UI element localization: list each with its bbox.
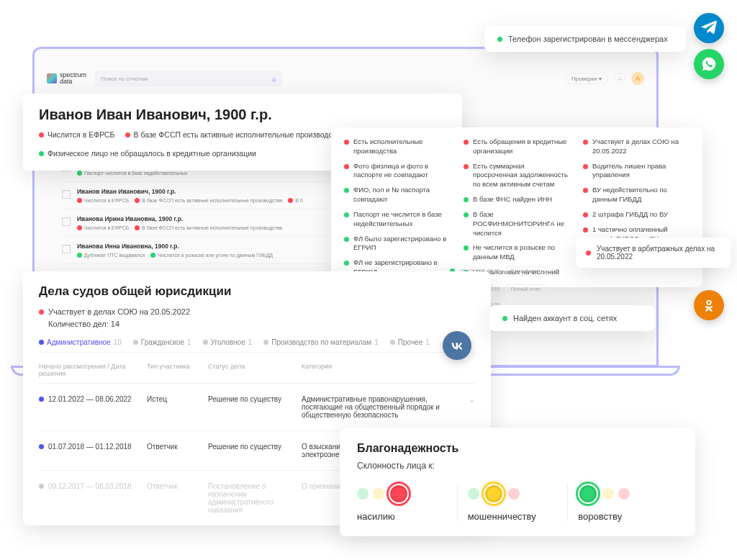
list-row[interactable]: ☐Иванова Ирина Ивановна, 1900 г.р.Числит… bbox=[61, 209, 327, 236]
telegram-icon[interactable] bbox=[694, 13, 724, 43]
status-fssp: В базе ФССП есть активные исполнительные… bbox=[125, 130, 344, 139]
detail-item: Есть обращения в кредитные организации bbox=[464, 137, 570, 156]
trust-subtitle: Склонность лица к: bbox=[357, 461, 678, 471]
logo[interactable]: spectrumdata bbox=[47, 72, 86, 85]
trust-item: мошенничеству bbox=[457, 484, 568, 522]
person-name: Иванов Иван Иванович, 1900 г.р. bbox=[39, 107, 446, 123]
arbitrage-card: Участвует в арбитражных делах на 20.05.2… bbox=[576, 238, 731, 268]
tab[interactable]: Административное 10 bbox=[39, 338, 122, 346]
search-input[interactable]: Поиск по отчетам ⌕ bbox=[95, 71, 282, 86]
list-row[interactable]: ☐Иванова Инна Ивановна, 1900 г.р.Дублика… bbox=[61, 236, 327, 263]
court-title: Дела судов общей юрисдикции bbox=[39, 284, 475, 299]
detail-item: Водитель лишен права управления bbox=[583, 162, 689, 181]
table-head: Начало рассмотрения / Дата решения Тип у… bbox=[39, 357, 475, 383]
vk-icon[interactable] bbox=[443, 331, 471, 360]
detail-item: ФЛ было зарегистрировано в ЕГРИП bbox=[344, 235, 451, 253]
checks-button[interactable]: Проверки ▾ bbox=[565, 73, 608, 84]
chevron-down-icon[interactable]: ⌄ bbox=[469, 395, 475, 419]
table-row[interactable]: 12.01.2022 — 08.06.2022ИстецРешение по с… bbox=[39, 383, 475, 430]
detail-item: Есть суммарная просроченная задолженност… bbox=[464, 162, 570, 189]
bell-icon[interactable]: ♤ bbox=[614, 73, 625, 84]
detail-item: ФИО, пол и № паспорта совпадают bbox=[344, 186, 451, 204]
detail-item: В базе РОСФИНМОНИТОРИНГА не числится bbox=[464, 210, 570, 238]
tab[interactable]: Прочее 1 bbox=[390, 338, 430, 346]
detail-item: Паспорт не числится в базе недействитель… bbox=[344, 210, 451, 229]
trust-title: Благонадежность bbox=[357, 442, 678, 455]
result-list: ☐ Техподдержка ☐Александров Александр Ал… bbox=[61, 155, 327, 289]
detail-item: ВУ недействительно по данным ГИБДД bbox=[583, 186, 689, 204]
status-credit: Физическое лицо не обращалось в кредитны… bbox=[39, 149, 256, 158]
court-status: Участвует в делах СОЮ на 20.05.2022 bbox=[39, 307, 475, 316]
detail-item: Не числится в розыске по данным МВД bbox=[464, 243, 570, 262]
trust-item: воровству bbox=[567, 484, 678, 522]
logo-icon bbox=[47, 73, 57, 83]
topbar: spectrumdata Поиск по отчетам ⌕ Проверки… bbox=[47, 68, 644, 89]
trust-item: насилию bbox=[357, 484, 457, 522]
status-efrsb: Числится в ЕФРСБ bbox=[39, 130, 115, 139]
list-row[interactable]: ☐Иванов Иван Иванович, 1900 г.р.Числится… bbox=[61, 181, 327, 209]
detail-item: Есть исполнительные производства bbox=[344, 137, 451, 156]
search-placeholder: Поиск по отчетам bbox=[101, 76, 148, 82]
search-icon[interactable]: ⌕ bbox=[272, 75, 276, 83]
detail-item: Участвует в делах СОЮ на 20.05.2022 bbox=[583, 137, 689, 156]
tab[interactable]: Уголовное 1 bbox=[203, 338, 253, 346]
court-count: Количество дел: 14 bbox=[48, 320, 475, 328]
tab[interactable]: Гражданское 1 bbox=[133, 338, 191, 346]
messenger-card: Телефон зарегистрирован в мессенджерах bbox=[484, 26, 686, 52]
ok-icon[interactable] bbox=[694, 290, 724, 320]
avatar[interactable]: A bbox=[631, 72, 644, 85]
detail-item: В базе ФНС найден ИНН bbox=[464, 195, 570, 204]
whatsapp-icon[interactable] bbox=[694, 49, 724, 79]
detail-item: Фото физлица и фото в паспорте не совпад… bbox=[344, 162, 451, 181]
detail-item: 2 штрафа ГИБДД по ВУ bbox=[583, 210, 689, 220]
tab[interactable]: Производство по материалам 1 bbox=[263, 338, 379, 346]
trust-card: Благонадежность Склонность лица к: насил… bbox=[340, 428, 695, 536]
logo-text-2: data bbox=[60, 78, 86, 85]
court-tabs: Административное 10Гражданское 1Уголовно… bbox=[39, 338, 475, 353]
social-card: Найден аккаунт в соц. сетях bbox=[489, 305, 655, 331]
